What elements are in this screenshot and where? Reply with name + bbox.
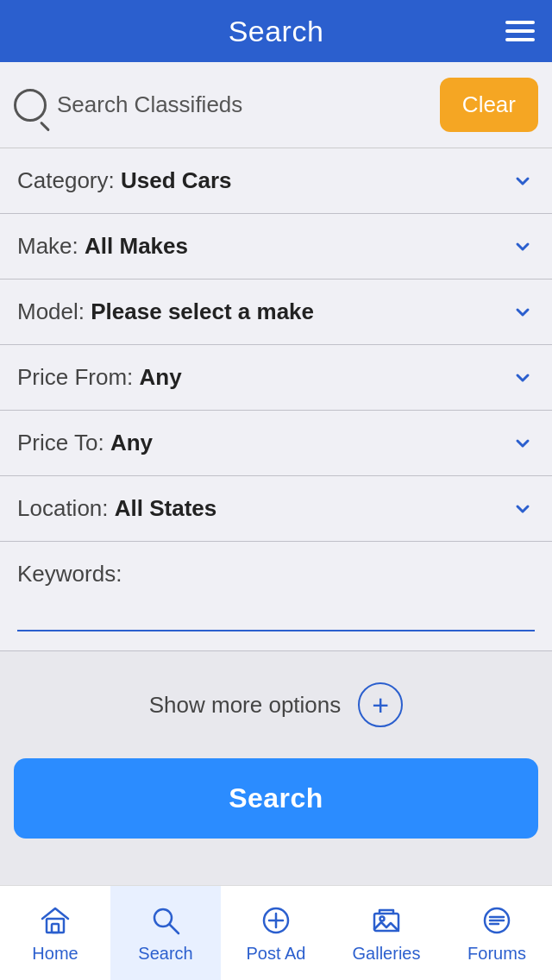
svg-rect-0 <box>47 919 64 933</box>
nav-post-ad[interactable]: Post Ad <box>221 886 331 980</box>
make-value: All Makes <box>85 233 188 259</box>
make-chevron-icon <box>511 235 535 259</box>
price-to-filter[interactable]: Price To: Any <box>0 411 552 476</box>
model-chevron-icon <box>511 300 535 324</box>
nav-post-ad-label: Post Ad <box>247 944 306 964</box>
price-from-label: Price From: Any <box>17 364 182 391</box>
search-button[interactable]: Search <box>14 758 538 839</box>
search-nav-icon <box>147 902 184 939</box>
category-chevron-icon <box>511 169 535 193</box>
app-header: Search <box>0 0 552 62</box>
location-chevron-icon <box>511 497 535 521</box>
keywords-row: Keywords: <box>0 542 552 651</box>
svg-point-2 <box>154 909 172 927</box>
price-to-value: Any <box>110 430 153 455</box>
category-value: Used Cars <box>121 167 232 193</box>
svg-line-3 <box>170 925 179 933</box>
show-more-options[interactable]: Show more options + <box>0 651 552 758</box>
price-from-filter[interactable]: Price From: Any <box>0 345 552 411</box>
plus-circle-icon: + <box>358 682 403 727</box>
price-to-label: Price To: Any <box>17 430 153 456</box>
nav-search-label: Search <box>138 944 192 964</box>
price-to-chevron-icon <box>511 431 535 455</box>
model-value: Please select a make <box>91 298 314 324</box>
make-filter[interactable]: Make: All Makes <box>0 214 552 280</box>
location-filter[interactable]: Location: All States <box>0 476 552 542</box>
menu-icon[interactable] <box>505 21 535 41</box>
keywords-input[interactable] <box>17 593 535 631</box>
filters-section: Category: Used Cars Make: All Makes Mode… <box>0 148 552 651</box>
nav-search[interactable]: Search <box>110 886 221 980</box>
bottom-nav: Home Search Post Ad <box>0 885 552 980</box>
price-from-value: Any <box>140 364 182 390</box>
search-magnifier-icon <box>14 89 47 122</box>
post-ad-icon <box>258 902 294 939</box>
keywords-label: Keywords: <box>17 561 535 587</box>
category-label: Category: Used Cars <box>17 167 232 194</box>
nav-forums-label: Forums <box>467 944 526 964</box>
search-classifieds-placeholder[interactable]: Search Classifieds <box>57 91 430 118</box>
galleries-icon <box>368 902 405 939</box>
main-content: Search Classifieds Clear Category: Used … <box>0 62 552 951</box>
category-filter[interactable]: Category: Used Cars <box>0 148 552 214</box>
clear-button[interactable]: Clear <box>440 78 538 132</box>
svg-rect-1 <box>52 924 59 933</box>
nav-home[interactable]: Home <box>0 886 110 980</box>
home-icon <box>37 902 73 939</box>
nav-galleries[interactable]: Galleries <box>331 886 442 980</box>
forums-icon <box>479 902 515 939</box>
nav-galleries-label: Galleries <box>353 944 421 964</box>
location-label: Location: All States <box>17 495 216 522</box>
nav-forums[interactable]: Forums <box>442 886 552 980</box>
header-title: Search <box>229 15 324 48</box>
model-filter[interactable]: Model: Please select a make <box>0 280 552 345</box>
show-more-label: Show more options <box>149 692 342 719</box>
model-label: Model: Please select a make <box>17 298 314 325</box>
nav-home-label: Home <box>32 944 78 964</box>
location-value: All States <box>115 495 217 521</box>
svg-point-8 <box>380 917 385 921</box>
make-label: Make: All Makes <box>17 233 188 260</box>
search-bar: Search Classifieds Clear <box>0 62 552 148</box>
price-from-chevron-icon <box>511 366 535 390</box>
